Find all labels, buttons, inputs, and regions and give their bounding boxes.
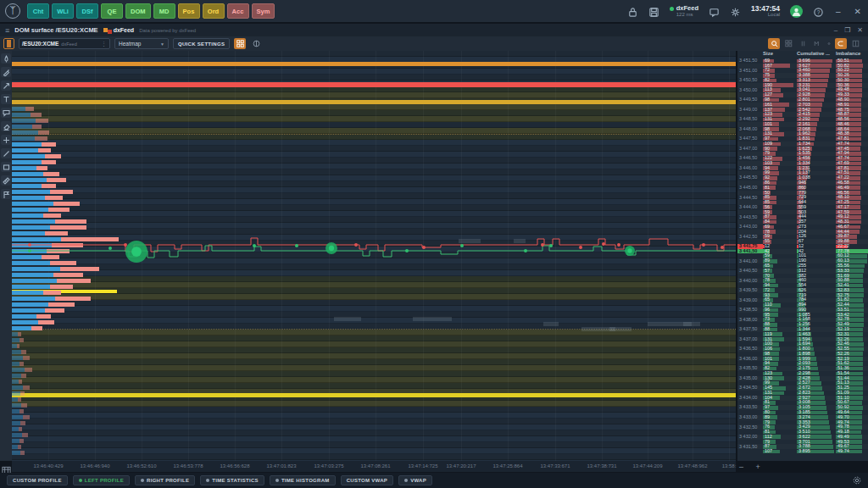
nav-button-acc[interactable]: Acc xyxy=(227,3,249,19)
time-axis[interactable]: 13:46:40:42913:46:46:94013:46:52:61013:4… xyxy=(12,461,736,472)
ladder-imbalance-cell[interactable]: 49.74 xyxy=(836,449,868,454)
grid-icon[interactable] xyxy=(782,38,794,49)
visibility-icon[interactable] xyxy=(250,38,262,49)
panel-titlebar: ≡ DOM surface /ESU20:XCME dxFeed Data po… xyxy=(0,24,868,36)
symbol-menu-icon[interactable]: ⋮ xyxy=(101,41,107,47)
nav-button-sym[interactable]: Sym xyxy=(252,3,275,19)
user-avatar[interactable] xyxy=(790,5,803,18)
time-tick-label: 13:47:33:671 xyxy=(540,463,570,469)
nav-button-dsf[interactable]: DSf xyxy=(76,3,98,19)
toggle-time-statistics[interactable]: TIME STATISTICS xyxy=(200,475,264,485)
window-titlebar: ᛉ ChtWLiDSfQEDOMMDPosOrdAccSym dxFeed 12… xyxy=(0,0,868,22)
dom-panel-icon[interactable] xyxy=(3,38,14,49)
panel-menu-icon[interactable]: ≡ xyxy=(5,26,9,35)
toggle-custom-profile[interactable]: CUSTOM PROFILE xyxy=(7,475,68,485)
nav-button-cht[interactable]: Cht xyxy=(27,3,49,19)
ladder-cumulative-cell[interactable]: 3 895 xyxy=(797,449,836,454)
split-icon[interactable] xyxy=(849,38,861,49)
nav-button-md[interactable]: MD xyxy=(153,3,175,19)
axis-settings-icon[interactable] xyxy=(2,463,11,471)
nav-button-ord[interactable]: Ord xyxy=(203,3,225,19)
trade-marker xyxy=(721,246,724,249)
close-button[interactable]: ✕ xyxy=(853,7,863,16)
crosshair-icon[interactable] xyxy=(1,135,11,145)
trade-marker xyxy=(579,246,582,249)
search-icon[interactable] xyxy=(768,38,780,49)
lock-icon[interactable] xyxy=(627,6,638,17)
time-tick-label: 13:47:44:209 xyxy=(632,463,662,469)
trade-marker xyxy=(405,249,409,252)
minimize-button[interactable]: – xyxy=(834,7,843,16)
connection-status[interactable]: dxFeed 122 ms xyxy=(670,5,698,17)
trade-marker xyxy=(460,244,464,247)
text-icon[interactable] xyxy=(1,94,11,104)
panel-restore-button[interactable]: ❒ xyxy=(844,26,850,34)
toggle-vwap[interactable]: VWAP xyxy=(398,475,432,485)
nav-button-dom[interactable]: DOM xyxy=(125,3,151,19)
pointer-icon[interactable] xyxy=(1,53,11,64)
trend-arrow-icon[interactable] xyxy=(1,80,11,91)
mode-icon[interactable] xyxy=(835,38,847,49)
nav-button-pos[interactable]: Pos xyxy=(178,3,200,19)
markers-icon[interactable] xyxy=(811,38,823,49)
trade-marker xyxy=(295,244,298,247)
time-tick-label: 13:47:14:725 xyxy=(408,463,437,469)
drawing-toolbar xyxy=(0,51,12,461)
line-icon[interactable] xyxy=(1,148,11,158)
trade-marker xyxy=(354,243,358,247)
chevron-down-icon: ▼ xyxy=(160,42,164,47)
pause-icon[interactable] xyxy=(797,38,809,49)
panel-close-button[interactable]: ✕ xyxy=(857,26,863,34)
toggle-custom-vwap[interactable]: CUSTOM VWAP xyxy=(341,475,394,485)
dxfeed-logo-square xyxy=(108,30,112,34)
trade-marker xyxy=(28,249,31,252)
view-mode-select[interactable]: Heatmap ▼ xyxy=(114,38,169,49)
flag-icon[interactable] xyxy=(1,189,11,199)
rectangle-icon[interactable] xyxy=(1,162,11,172)
app-logo-icon[interactable]: ᛉ xyxy=(5,3,20,19)
indicator-toggle-bar: CUSTOM PROFILELEFT PROFILERIGHT PROFILET… xyxy=(0,473,868,488)
ladder-size-cell[interactable]: 107 xyxy=(763,449,797,454)
time-tick-label: 13:47:25:864 xyxy=(492,463,522,469)
pencil-icon[interactable] xyxy=(1,67,11,77)
eraser-icon[interactable] xyxy=(1,121,11,131)
trade-marker xyxy=(422,246,426,249)
trade-marker xyxy=(253,244,256,247)
time-tick-label: 13:46:53:778 xyxy=(173,463,203,469)
time-tick-label: 13:47:03:275 xyxy=(314,463,343,469)
heatmap-chart[interactable] xyxy=(12,51,736,461)
window-status-area: dxFeed 122 ms 13:47:54 Local ? – ✕ xyxy=(627,5,863,18)
trade-marker xyxy=(108,247,112,250)
save-icon[interactable] xyxy=(648,6,659,17)
ladder-row[interactable]: 1073 89549.74 xyxy=(737,449,868,454)
panel-minimize-button[interactable]: – xyxy=(834,26,837,34)
trade-marker xyxy=(602,242,605,246)
toggle-left-profile[interactable]: LEFT PROFILE xyxy=(73,475,130,485)
panel-window-controls: – ❒ ✕ xyxy=(834,26,863,34)
ruler-icon[interactable] xyxy=(1,175,11,186)
trade-marker xyxy=(131,247,142,257)
view-mode-value: Heatmap xyxy=(119,41,141,47)
chat-icon[interactable] xyxy=(709,6,720,17)
nav-button-wli[interactable]: WLi xyxy=(52,3,74,19)
clock-time: 13:47:54 xyxy=(751,5,780,13)
ladder-zoom-control[interactable]: – + xyxy=(739,463,765,471)
dot-icon[interactable] xyxy=(826,38,832,49)
footer-gear-icon[interactable] xyxy=(853,473,861,488)
symbol-selector[interactable]: /ESU20:XCME dxFeed ⋮ xyxy=(19,38,110,49)
grid-settings-icon[interactable] xyxy=(234,38,246,49)
ladder-toolbar-icons xyxy=(768,38,865,49)
symbol-feed: dxFeed xyxy=(61,42,76,47)
trade-marker xyxy=(627,248,632,252)
trade-marker xyxy=(329,246,334,251)
time-tick-label: 13:47:38:731 xyxy=(587,463,616,469)
toggle-right-profile[interactable]: RIGHT PROFILE xyxy=(135,475,195,485)
nav-button-qe[interactable]: QE xyxy=(101,3,123,19)
callout-icon[interactable] xyxy=(1,108,11,118)
help-icon[interactable]: ? xyxy=(813,6,824,17)
gear-icon[interactable] xyxy=(730,6,741,17)
quick-settings-button[interactable]: QUICK SETTINGS xyxy=(173,38,230,49)
time-tick-label: 13:47:01:823 xyxy=(266,463,296,469)
toggle-time-histogram[interactable]: TIME HISTOGRAM xyxy=(270,475,336,485)
trade-marker xyxy=(124,243,127,247)
